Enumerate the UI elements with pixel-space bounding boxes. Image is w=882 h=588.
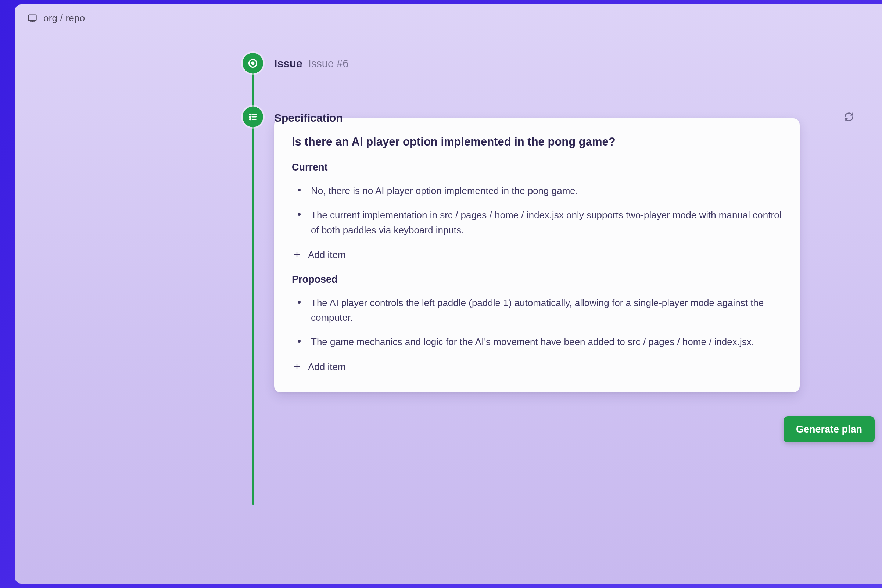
add-item-label: Add item [308, 361, 346, 373]
topbar: org / repo [15, 4, 882, 32]
generate-plan-button[interactable]: Generate plan [783, 416, 874, 442]
svg-point-7 [249, 117, 250, 118]
list-icon [248, 112, 258, 122]
step-issue-title: Issue [274, 57, 303, 70]
list-item[interactable]: The AI player controls the left paddle (… [294, 296, 782, 325]
step-issue-head: Issue Issue #6 [274, 53, 348, 70]
step-spec: Specification [243, 106, 860, 127]
repo-icon [27, 13, 38, 24]
app-window: org / repo Issue Issue #6 [15, 4, 882, 584]
step-spec-head: Specification [274, 107, 343, 124]
refresh-icon [844, 112, 854, 123]
add-proposed-item[interactable]: + Add item [292, 359, 782, 375]
svg-rect-0 [28, 15, 36, 20]
proposed-list: The AI player controls the left paddle (… [294, 296, 782, 350]
step-issue-subtitle: Issue #6 [308, 58, 349, 70]
svg-point-9 [249, 119, 250, 120]
content-area: Issue Issue #6 [15, 32, 882, 451]
issue-badge [243, 53, 263, 74]
list-item[interactable]: No, there is no AI player option impleme… [294, 183, 782, 198]
add-item-label: Add item [308, 249, 346, 261]
list-item[interactable]: The current implementation in src / page… [294, 208, 782, 237]
add-current-item[interactable]: + Add item [292, 247, 782, 263]
target-icon [248, 58, 258, 68]
step-spec-title: Specification [274, 112, 343, 124]
plus-icon: + [292, 249, 302, 260]
svg-point-4 [252, 62, 254, 64]
current-list: No, there is no AI player option impleme… [294, 183, 782, 237]
list-item[interactable]: The game mechanics and logic for the AI'… [294, 334, 782, 349]
current-title: Current [292, 162, 782, 173]
spec-card: Is there an AI player option implemented… [274, 118, 800, 393]
svg-point-5 [249, 114, 250, 115]
timeline-line [252, 64, 254, 505]
step-issue: Issue Issue #6 [243, 53, 860, 74]
refresh-button[interactable] [842, 110, 856, 125]
timeline: Issue Issue #6 [243, 53, 860, 393]
spec-badge [243, 106, 263, 127]
proposed-title: Proposed [292, 274, 782, 285]
spec-question: Is there an AI player option implemented… [292, 135, 782, 148]
breadcrumb[interactable]: org / repo [44, 12, 85, 24]
plus-icon: + [292, 361, 302, 372]
